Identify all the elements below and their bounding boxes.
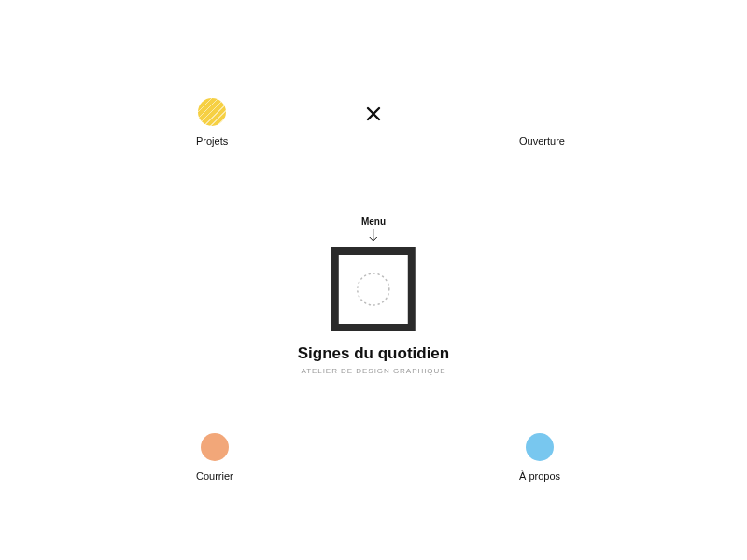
center-block: Menu Signes du quotidien ATELIER DE DESI…: [298, 217, 449, 375]
nav-label: Courrier: [196, 470, 233, 482]
dot-icon: [201, 433, 229, 461]
nav-label: À propos: [519, 470, 560, 482]
menu-box[interactable]: [331, 247, 416, 331]
nav-item-apropos[interactable]: À propos: [519, 433, 560, 482]
arrow-down-icon: [369, 229, 378, 244]
nav-label: Ouverture: [519, 135, 565, 147]
close-icon: [366, 106, 381, 121]
svg-point-3: [358, 273, 389, 305]
nav-item-courrier[interactable]: Courrier: [196, 433, 233, 482]
dot-icon: [526, 433, 554, 461]
nav-item-projets[interactable]: Projets: [196, 98, 228, 147]
dot-icon: [198, 98, 226, 126]
nav-label: Projets: [196, 135, 228, 147]
loading-circle-icon: [353, 269, 394, 310]
close-button[interactable]: [366, 106, 381, 121]
site-subtitle: ATELIER DE DESIGN GRAPHIQUE: [301, 367, 445, 375]
dot-icon: [528, 98, 556, 126]
nav-item-ouverture[interactable]: Ouverture: [519, 98, 565, 147]
site-title: Signes du quotidien: [298, 344, 449, 363]
menu-label: Menu: [361, 217, 386, 227]
